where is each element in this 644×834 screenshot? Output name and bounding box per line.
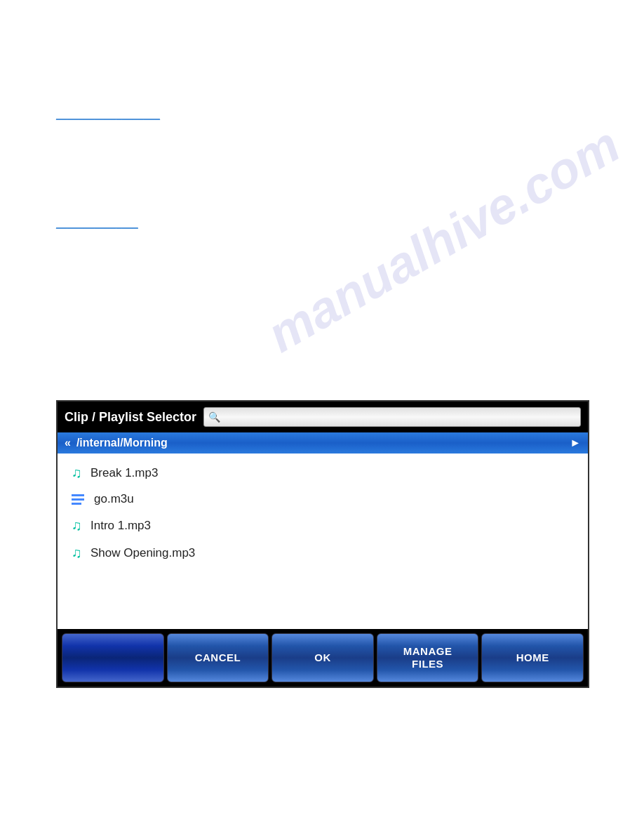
directory-path: /internal/Morning — [76, 437, 570, 449]
button-bar: CANCEL OK MANAGEFILES HOME — [58, 629, 588, 687]
file-name: Show Opening.mp3 — [90, 546, 195, 560]
manage-files-button[interactable]: MANAGEFILES — [377, 633, 479, 682]
music-icon: ♫ — [72, 517, 82, 534]
watermark: manualhive.com — [257, 115, 629, 363]
cancel-button[interactable]: CANCEL — [167, 633, 269, 682]
clip-playlist-dialog: Clip / Playlist Selector 🔍 « /internal/M… — [56, 400, 589, 688]
search-icon: 🔍 — [208, 411, 220, 423]
playlist-icon — [72, 494, 86, 505]
music-icon: ♫ — [72, 545, 82, 561]
home-button[interactable]: HOME — [481, 633, 584, 682]
blank-button[interactable] — [62, 633, 164, 682]
file-name: Break 1.mp3 — [90, 466, 158, 480]
home-label: HOME — [516, 651, 549, 664]
cancel-label: CANCEL — [195, 651, 241, 664]
forward-arrow[interactable]: ► — [570, 437, 581, 449]
background-link-2: _______________ — [56, 218, 138, 229]
background-link-1: ___________________ — [56, 109, 160, 120]
file-list: ♫ Break 1.mp3 go.m3u ♫ Intro 1.mp3 ♫ Sho… — [58, 454, 588, 629]
list-item[interactable]: go.m3u — [58, 486, 588, 512]
dialog-header: Clip / Playlist Selector 🔍 — [58, 402, 588, 432]
search-box[interactable]: 🔍 — [203, 407, 581, 427]
ok-label: OK — [314, 651, 331, 664]
music-icon: ♫ — [72, 465, 82, 481]
list-item[interactable]: ♫ Break 1.mp3 — [58, 459, 588, 486]
list-item[interactable]: ♫ Show Opening.mp3 — [58, 539, 588, 567]
directory-bar[interactable]: « /internal/Morning ► — [58, 432, 588, 454]
manage-files-label: MANAGEFILES — [403, 645, 452, 670]
ok-button[interactable]: OK — [271, 633, 374, 682]
file-name: Intro 1.mp3 — [90, 519, 151, 533]
file-name: go.m3u — [94, 492, 134, 506]
list-item[interactable]: ♫ Intro 1.mp3 — [58, 512, 588, 539]
dialog-title: Clip / Playlist Selector — [65, 410, 196, 425]
back-button[interactable]: « — [65, 437, 71, 449]
